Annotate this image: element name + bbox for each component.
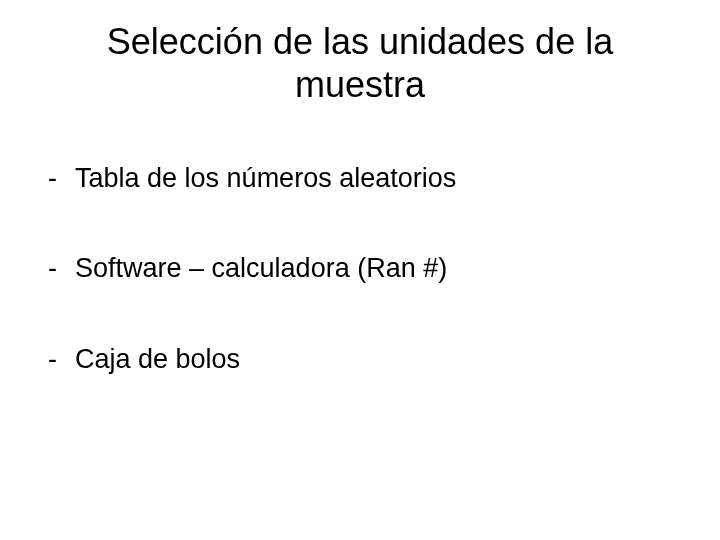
list-item: - Software – calculadora (Ran #) <box>40 251 680 286</box>
bullet-text: Tabla de los números aleatorios <box>75 161 680 196</box>
bullet-text: Software – calculadora (Ran #) <box>75 251 680 286</box>
bullet-text: Caja de bolos <box>75 342 680 377</box>
bullet-marker: - <box>48 251 57 286</box>
bullet-marker: - <box>48 161 57 196</box>
list-item: - Tabla de los números aleatorios <box>40 161 680 196</box>
slide-title: Selección de las unidades de la muestra <box>40 20 680 106</box>
bullet-list: - Tabla de los números aleatorios - Soft… <box>40 161 680 376</box>
bullet-marker: - <box>48 342 57 377</box>
list-item: - Caja de bolos <box>40 342 680 377</box>
